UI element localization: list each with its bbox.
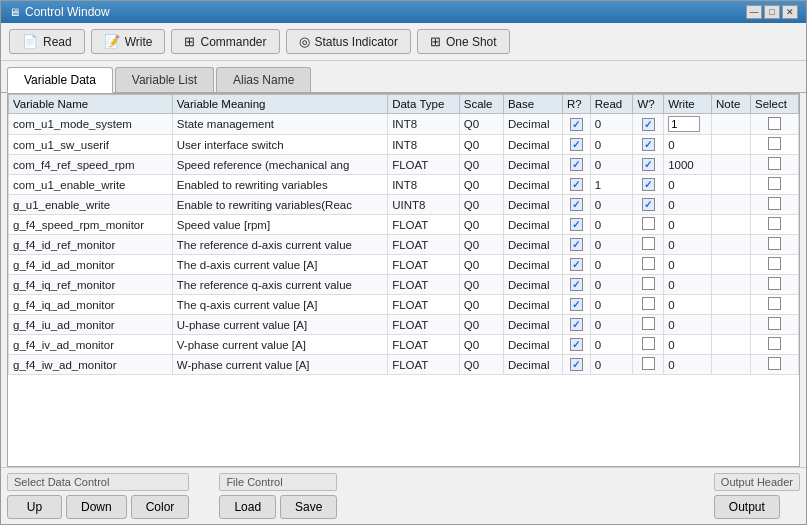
cell-write[interactable]: 0 [664,235,712,255]
cell-write[interactable]: 0 [664,315,712,335]
cell-dtype: FLOAT [388,275,460,295]
write-input[interactable] [668,116,700,132]
tab-variable-data[interactable]: Variable Data [7,67,113,93]
cell-read: 0 [590,295,633,315]
cell-select[interactable] [751,315,799,335]
commander-icon: ⊞ [184,34,195,49]
cell-select[interactable] [751,355,799,375]
tab-variable-list[interactable]: Variable List [115,67,214,92]
one-shot-button[interactable]: ⊞ One Shot [417,29,510,54]
cell-select[interactable] [751,335,799,355]
cell-write[interactable]: 0 [664,135,712,155]
save-button[interactable]: Save [280,495,337,519]
table-container[interactable]: Variable Name Variable Meaning Data Type… [8,94,799,466]
cell-read: 0 [590,195,633,215]
cell-scale: Q0 [459,255,503,275]
cell-select[interactable] [751,114,799,135]
cell-select[interactable] [751,295,799,315]
cell-w[interactable] [633,155,664,175]
cell-write[interactable]: 0 [664,255,712,275]
cell-write[interactable]: 0 [664,275,712,295]
cell-w[interactable] [633,255,664,275]
table-row: g_f4_iq_ad_monitorThe q-axis current val… [9,295,799,315]
cell-w[interactable] [633,135,664,155]
cell-select[interactable] [751,255,799,275]
cell-meaning: W-phase current value [A] [172,355,387,375]
close-button[interactable]: ✕ [782,5,798,19]
col-variable-meaning: Variable Meaning [172,95,387,114]
cell-select[interactable] [751,275,799,295]
cell-write[interactable]: 0 [664,355,712,375]
col-base: Base [503,95,562,114]
write-button[interactable]: 📝 Write [91,29,166,54]
maximize-button[interactable]: □ [764,5,780,19]
cell-r[interactable] [563,195,591,215]
cell-select[interactable] [751,215,799,235]
cell-w[interactable] [633,114,664,135]
cell-select[interactable] [751,155,799,175]
cell-r[interactable] [563,175,591,195]
cell-r[interactable] [563,315,591,335]
table-row: g_f4_iw_ad_monitorW-phase current value … [9,355,799,375]
status-indicator-button[interactable]: ◎ Status Indicator [286,29,411,54]
cell-r[interactable] [563,355,591,375]
cell-note [712,315,751,335]
cell-w[interactable] [633,235,664,255]
cell-r[interactable] [563,235,591,255]
cell-w[interactable] [633,355,664,375]
cell-w[interactable] [633,275,664,295]
cell-w[interactable] [633,335,664,355]
cell-r[interactable] [563,275,591,295]
cell-select[interactable] [751,135,799,155]
cell-r[interactable] [563,215,591,235]
cell-write[interactable]: 1000 [664,155,712,175]
cell-meaning: The q-axis current value [A] [172,295,387,315]
col-r: R? [563,95,591,114]
cell-dtype: FLOAT [388,295,460,315]
table-row: g_f4_speed_rpm_monitorSpeed value [rpm]F… [9,215,799,235]
cell-base: Decimal [503,195,562,215]
cell-write[interactable]: 0 [664,215,712,235]
cell-w[interactable] [633,175,664,195]
col-select: Select [751,95,799,114]
cell-write[interactable]: 0 [664,335,712,355]
cell-select[interactable] [751,195,799,215]
cell-meaning: The reference q-axis current value [172,275,387,295]
cell-r[interactable] [563,335,591,355]
cell-w[interactable] [633,315,664,335]
cell-r[interactable] [563,135,591,155]
table-row: com_u1_enable_writeEnabled to rewriting … [9,175,799,195]
cell-var-name: g_f4_iw_ad_monitor [9,355,173,375]
cell-w[interactable] [633,195,664,215]
cell-write[interactable]: 0 [664,195,712,215]
cell-r[interactable] [563,114,591,135]
cell-w[interactable] [633,295,664,315]
down-button[interactable]: Down [66,495,127,519]
cell-write[interactable]: 0 [664,295,712,315]
output-button[interactable]: Output [714,495,780,519]
cell-base: Decimal [503,295,562,315]
cell-note [712,195,751,215]
cell-meaning: State management [172,114,387,135]
cell-w[interactable] [633,215,664,235]
cell-r[interactable] [563,155,591,175]
cell-write[interactable]: 0 [664,175,712,195]
cell-write[interactable] [664,114,712,135]
cell-note [712,295,751,315]
cell-select[interactable] [751,175,799,195]
cell-r[interactable] [563,295,591,315]
cell-select[interactable] [751,235,799,255]
cell-var-name: g_f4_speed_rpm_monitor [9,215,173,235]
minimize-button[interactable]: — [746,5,762,19]
output-header-group: Output Header Output [714,473,800,519]
tab-alias-name[interactable]: Alias Name [216,67,311,92]
table-row: g_u1_enable_writeEnable to rewriting var… [9,195,799,215]
up-button[interactable]: Up [7,495,62,519]
color-button[interactable]: Color [131,495,190,519]
cell-r[interactable] [563,255,591,275]
commander-button[interactable]: ⊞ Commander [171,29,279,54]
load-button[interactable]: Load [219,495,276,519]
main-content: Variable Name Variable Meaning Data Type… [7,93,800,467]
read-button[interactable]: 📄 Read [9,29,85,54]
cell-base: Decimal [503,235,562,255]
